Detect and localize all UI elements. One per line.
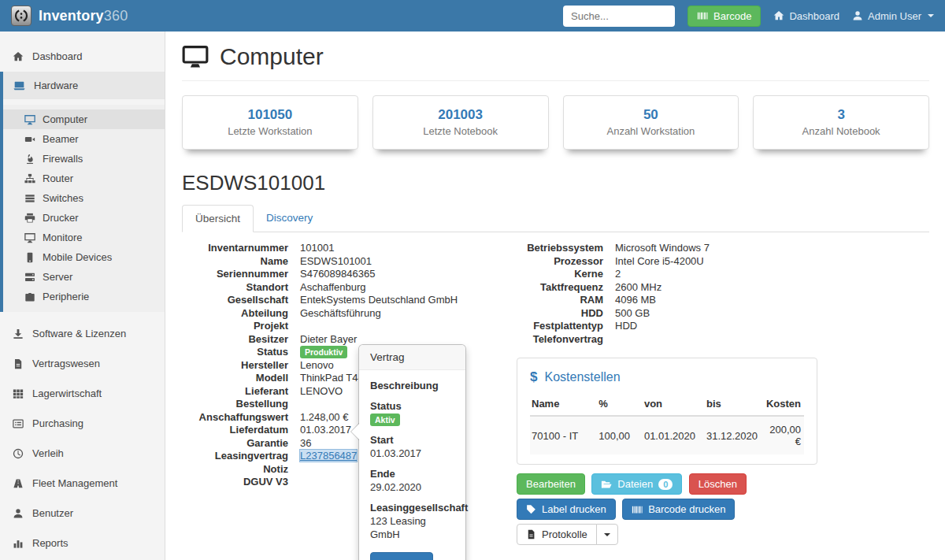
- dollar-icon: $: [530, 369, 537, 385]
- field-value: 2: [603, 268, 817, 281]
- protocols-button[interactable]: Protokolle: [517, 524, 597, 545]
- mobile-icon: [24, 252, 35, 263]
- popover-field-label: Beschreibung: [370, 379, 454, 392]
- monitor-icon: [24, 232, 35, 243]
- sidebar-item-software-lizenzen[interactable]: Software & Lizenzen: [0, 320, 165, 347]
- label-print-label: Label drucken: [542, 503, 606, 515]
- sidebar-item-dashboard[interactable]: Dashboard: [0, 43, 165, 70]
- sidebar-item-label: Reports: [32, 537, 69, 549]
- nav-dashboard-link[interactable]: Dashboard: [773, 10, 839, 22]
- sidebar-subitem-label: Switches: [43, 192, 83, 204]
- field-value: HDD: [603, 320, 817, 333]
- stat-card-letzte-workstation[interactable]: 101050 Letzte Workstation: [182, 95, 358, 150]
- sidebar-item-lagerwirtschaft[interactable]: Lagerwirtschaft: [0, 380, 165, 407]
- protocols-dropdown-toggle[interactable]: [596, 524, 618, 545]
- sidebar-subitem-label: Firewalls: [43, 153, 83, 165]
- tab-discovery[interactable]: Discovery: [254, 205, 325, 232]
- sidebar-subitem-monitore[interactable]: Monitore: [3, 228, 165, 247]
- field-value: 4096 MB: [603, 294, 817, 307]
- field-label: RAM: [517, 294, 603, 307]
- sidebar: Dashboard Hardware Computer Beamer Firew…: [0, 32, 165, 560]
- sidebar-subitem-label: Router: [43, 172, 73, 184]
- popover-arrow: [351, 424, 359, 439]
- stat-label: Anzahl Notebook: [754, 125, 928, 137]
- cell-name: 70100 - IT: [530, 416, 597, 454]
- sidebar-subitem-firewalls[interactable]: Firewalls: [3, 149, 165, 169]
- sidebar-subitem-peripherie[interactable]: Peripherie: [3, 287, 165, 306]
- app-brand[interactable]: Inventory360: [11, 6, 128, 26]
- leasing-contract-link[interactable]: L237856487: [300, 450, 357, 462]
- table-row: 70100 - IT 100,00 01.01.2020 31.12.2020 …: [530, 416, 804, 454]
- sidebar-item-label: Hardware: [34, 80, 78, 91]
- field-label: Besitzer: [182, 333, 288, 347]
- barcode-print-label: Barcode drucken: [648, 503, 725, 515]
- field-label: Modell: [182, 372, 288, 385]
- delete-button[interactable]: Löschen: [689, 473, 747, 495]
- files-button[interactable]: Dateien 0: [591, 473, 682, 495]
- folder-open-icon: [601, 479, 612, 490]
- sidebar-subitem-label: Mobile Devices: [43, 251, 112, 263]
- user-menu[interactable]: Admin User: [852, 10, 934, 22]
- sidebar-item-purchasing[interactable]: Purchasing: [0, 410, 165, 437]
- sidebar-item-benutzer[interactable]: Benutzer: [0, 499, 165, 527]
- stat-card-anzahl-workstation[interactable]: 50 Anzahl Workstation: [563, 95, 739, 150]
- sidebar-subitem-mobile-devices[interactable]: Mobile Devices: [3, 247, 165, 267]
- kostenstellen-title: $ Kostenstellen: [530, 369, 804, 385]
- column-header: von: [643, 394, 705, 416]
- history-section: Historie Timeline: [182, 553, 929, 560]
- sidebar-subitem-server[interactable]: Server: [3, 267, 165, 287]
- show-contract-button[interactable]: Anzeigen: [370, 552, 433, 560]
- field-label: Notiz: [182, 463, 288, 477]
- field-value: Geschäftsführung: [288, 307, 497, 321]
- user-icon: [13, 508, 24, 519]
- column-header: Kosten: [765, 394, 804, 416]
- barcode-button[interactable]: Barcode: [687, 6, 761, 27]
- search-input[interactable]: [563, 6, 675, 27]
- file-icon: [526, 529, 536, 540]
- sidebar-item-label: Fleet Management: [32, 477, 117, 489]
- sidebar-item-verleih[interactable]: Verleih: [0, 439, 165, 467]
- field-value: Intel Core i5-4200U: [603, 255, 817, 269]
- column-header: Name: [530, 394, 597, 416]
- page-title: Computer: [220, 43, 324, 70]
- sidebar-subitem-switches[interactable]: Switches: [3, 188, 165, 208]
- field-value: 500 GB: [603, 307, 817, 321]
- sidebar-subitem-computer[interactable]: Computer: [3, 109, 165, 129]
- field-label: Lieferant: [182, 385, 288, 399]
- stat-card-letzte-notebook[interactable]: 201003 Letzte Notebook: [372, 95, 549, 150]
- edit-button-label: Bearbeiten: [526, 478, 576, 490]
- barcode-icon: [697, 10, 708, 21]
- sidebar-item-hardware[interactable]: Hardware: [3, 72, 165, 99]
- label-print-button[interactable]: Label drucken: [517, 499, 616, 520]
- sidebar-subitem-router[interactable]: Router: [3, 169, 165, 188]
- video-camera-icon: [24, 134, 35, 145]
- caret-down-icon: [928, 14, 934, 20]
- field-label: Hersteller: [182, 359, 288, 373]
- edit-button[interactable]: Bearbeiten: [517, 473, 585, 495]
- list-alt-icon: [13, 418, 24, 429]
- file-icon: [13, 358, 24, 369]
- barcode-print-button[interactable]: Barcode drucken: [622, 499, 735, 520]
- sidebar-subitem-beamer[interactable]: Beamer: [3, 129, 165, 149]
- files-button-label: Dateien: [617, 478, 653, 490]
- barcode-button-label: Barcode: [713, 10, 751, 22]
- barcode-icon: [632, 504, 643, 515]
- popover-field-label: Status: [370, 399, 454, 413]
- sidebar-item-vertragswesen[interactable]: Vertragswesen: [0, 350, 165, 377]
- user-icon: [852, 10, 863, 21]
- field-value: [603, 333, 817, 347]
- grid-icon: [13, 388, 24, 399]
- sidebar-subitem-label: Peripherie: [43, 291, 89, 302]
- stat-card-anzahl-notebook[interactable]: 3 Anzahl Notebook: [753, 95, 929, 150]
- sidebar-item-reports[interactable]: Reports: [0, 529, 165, 557]
- laptop-icon: [13, 80, 25, 91]
- sidebar-item-label: Software & Lizenzen: [32, 328, 126, 339]
- stat-label: Anzahl Workstation: [564, 125, 739, 137]
- sidebar-item-fleet-management[interactable]: Fleet Management: [0, 469, 165, 497]
- sidebar-subitem-drucker[interactable]: Drucker: [3, 208, 165, 228]
- caret-down-icon: [604, 533, 610, 540]
- field-label: Seriennummer: [182, 268, 288, 281]
- tab-uebersicht[interactable]: Übersicht: [182, 205, 254, 232]
- clock-icon: [13, 448, 24, 459]
- field-value: [288, 320, 497, 333]
